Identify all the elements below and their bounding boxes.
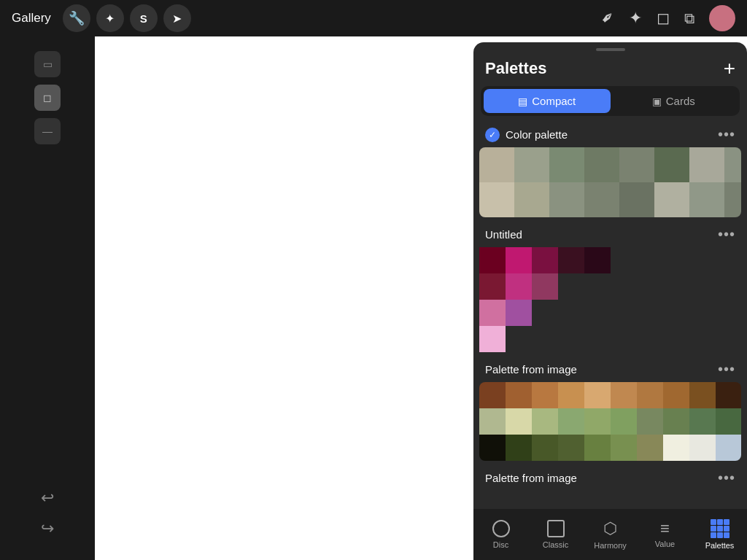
color-swatch[interactable] (654, 147, 689, 182)
pen-icon[interactable]: ✒ (596, 7, 619, 29)
color-swatch[interactable] (506, 382, 532, 408)
color-swatch[interactable] (558, 408, 584, 435)
redo-icon[interactable]: ↪ (41, 519, 54, 538)
color-swatch[interactable] (479, 382, 506, 408)
color-swatch[interactable] (584, 182, 619, 217)
color-swatch[interactable] (689, 382, 716, 408)
color-swatch[interactable] (716, 435, 741, 461)
color-swatch[interactable] (479, 147, 514, 182)
color-swatch[interactable] (558, 382, 584, 408)
panel-title: Palettes (485, 59, 546, 78)
color-swatch[interactable] (558, 247, 584, 273)
color-swatch[interactable] (584, 147, 619, 182)
brush-icon[interactable]: ✦ (629, 9, 642, 28)
color-swatch[interactable] (663, 408, 689, 435)
color-swatch[interactable] (532, 382, 558, 408)
color-swatch[interactable] (689, 147, 724, 182)
sidebar-tool-3[interactable]: — (34, 118, 61, 144)
palette-more-button-1[interactable]: ••• (718, 226, 735, 243)
color-swatch[interactable] (549, 147, 584, 182)
color-swatch[interactable] (654, 182, 689, 217)
color-swatch[interactable] (689, 182, 724, 217)
nav-item-classic[interactable]: Classic (528, 520, 583, 549)
color-swatch[interactable] (663, 382, 689, 408)
color-swatch[interactable] (479, 435, 506, 461)
color-swatch[interactable] (619, 182, 654, 217)
color-swatch[interactable] (637, 408, 663, 435)
tab-compact[interactable]: ▤ Compact (484, 89, 611, 113)
add-palette-button[interactable]: + (724, 58, 735, 79)
disc-icon (492, 520, 510, 537)
select-icon-button[interactable]: S (130, 4, 158, 32)
layers-icon[interactable]: ⧉ (684, 10, 694, 27)
color-swatch[interactable] (689, 408, 716, 435)
color-swatch[interactable] (479, 273, 506, 300)
color-swatch[interactable] (479, 182, 514, 217)
palette-name-from-image-1: Palette from image (485, 363, 577, 376)
color-swatch[interactable] (584, 435, 611, 461)
color-swatch[interactable] (689, 435, 716, 461)
compact-tab-label: Compact (532, 95, 576, 107)
nav-item-palettes[interactable]: Palettes (692, 519, 747, 550)
palette-check-icon[interactable]: ✓ (485, 128, 500, 142)
color-swatch[interactable] (663, 435, 689, 461)
color-swatch[interactable] (611, 408, 637, 435)
color-swatch[interactable] (716, 408, 741, 435)
palette-item-header: Palette from image ••• (473, 358, 747, 382)
color-swatch[interactable] (724, 182, 741, 217)
color-swatch-empty[interactable] (584, 273, 611, 300)
nav-item-harmony[interactable]: ⬡ Harmony (583, 519, 638, 550)
color-swatch[interactable] (506, 408, 532, 435)
color-swatch-empty[interactable] (558, 273, 584, 300)
color-swatch[interactable] (479, 326, 506, 352)
color-swatch[interactable] (532, 435, 558, 461)
palette-item-from-image-1: Palette from image ••• (473, 358, 747, 461)
settings-icon-button[interactable]: 🔧 (63, 4, 90, 32)
color-swatch[interactable] (558, 435, 584, 461)
color-swatch[interactable] (584, 408, 611, 435)
classic-icon (547, 520, 565, 537)
color-swatch[interactable] (584, 382, 611, 408)
color-swatch[interactable] (611, 435, 637, 461)
palette-more-button-3[interactable]: ••• (718, 470, 735, 486)
palette-item-untitled: Untitled ••• (473, 223, 747, 352)
color-swatch[interactable] (514, 147, 549, 182)
sidebar-tool-2[interactable]: ◻ (34, 85, 61, 111)
color-swatch[interactable] (584, 247, 611, 273)
bottom-nav: Disc Classic ⬡ Harmony ≡ Value (473, 509, 747, 560)
color-swatch[interactable] (532, 273, 558, 300)
avatar[interactable] (709, 5, 735, 31)
palette-more-button-0[interactable]: ••• (718, 126, 735, 143)
modify-icon-button[interactable]: ✦ (96, 4, 124, 32)
color-swatch[interactable] (619, 147, 654, 182)
sidebar-tool-2-icon: ◻ (43, 92, 52, 104)
undo-icon[interactable]: ↩ (41, 489, 54, 508)
color-swatch[interactable] (724, 147, 741, 182)
harmony-icon: ⬡ (603, 519, 617, 538)
tab-cards[interactable]: ▣ Cards (611, 89, 738, 113)
gallery-button[interactable]: Gallery (12, 11, 51, 26)
color-swatch[interactable] (611, 382, 637, 408)
palette-name-from-image-2: Palette from image (485, 472, 577, 484)
eraser-icon[interactable]: ◻ (657, 9, 670, 28)
nav-item-disc[interactable]: Disc (473, 520, 528, 549)
color-swatch[interactable] (479, 247, 506, 273)
color-swatch[interactable] (637, 382, 663, 408)
color-swatch[interactable] (506, 300, 532, 326)
color-swatch[interactable] (506, 435, 532, 461)
color-swatch[interactable] (514, 182, 549, 217)
color-swatch[interactable] (506, 247, 532, 273)
color-swatch[interactable] (716, 382, 741, 408)
palette-more-button-2[interactable]: ••• (718, 361, 735, 378)
transform-icon-button[interactable]: ➤ (163, 4, 191, 32)
color-swatch[interactable] (479, 300, 506, 326)
color-swatch[interactable] (549, 182, 584, 217)
cards-tab-icon: ▣ (652, 96, 662, 107)
nav-item-value[interactable]: ≡ Value (638, 521, 692, 548)
sidebar-tool-1[interactable]: ▭ (34, 51, 61, 77)
color-swatch[interactable] (637, 435, 663, 461)
color-swatch[interactable] (532, 408, 558, 435)
color-swatch[interactable] (479, 408, 506, 435)
color-swatch[interactable] (506, 273, 532, 300)
color-swatch[interactable] (532, 247, 558, 273)
